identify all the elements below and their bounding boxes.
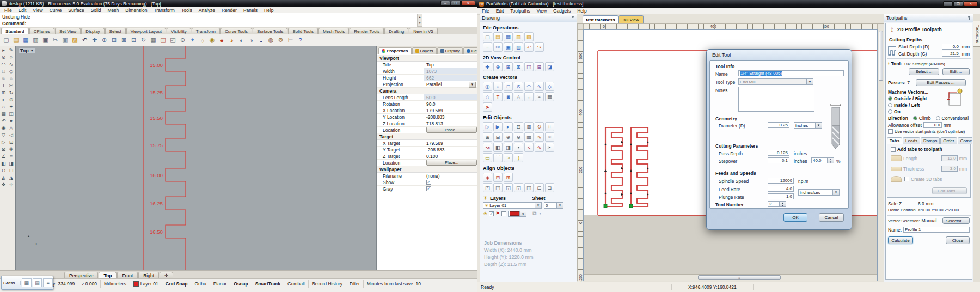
toolbar-tab-select[interactable]: Select [105,28,126,34]
rhino-tool-icon[interactable]: ⊙ [1,54,7,60]
rate-units-select[interactable]: inches/sec ▼ [798,189,840,196]
viewport-layout-icon[interactable]: ▦ [149,36,157,44]
layer-options-icon[interactable]: ◔ [538,211,541,217]
rhino-tool-icon[interactable]: ◠ [1,61,7,68]
layer-active-flag-icon[interactable]: ⚑ [495,211,500,216]
ungroup-icon[interactable]: ⊠ [524,122,534,131]
layer-visible-bulb-icon[interactable]: ☀ [483,211,487,216]
zoom-extents-icon[interactable]: ⊠ [120,36,128,44]
menu-analyze[interactable]: Analyze [195,7,218,14]
zoom-window-icon[interactable]: ⊞ [110,36,118,44]
toolpaths-side-tab[interactable]: Toolpaths [973,21,980,47]
lamp-icon[interactable]: ☼ [198,36,206,44]
new-file-icon[interactable]: ▢ [483,32,492,41]
scroll-down-icon[interactable]: ▼ [418,20,422,26]
shaded-sphere-icon[interactable]: ◐ [237,36,246,44]
tp-tab-order[interactable]: Order [940,137,957,144]
status-toggle-record-history[interactable]: Record History [309,280,346,288]
radio-outside-right[interactable] [888,96,892,101]
doc-tab-test-thickness[interactable]: test thickness [583,15,618,24]
rhino-tool-icon[interactable]: △ [8,125,15,131]
copy-view-icon[interactable]: ▣ [41,36,50,44]
select-move-icon[interactable]: ▶ [493,122,503,131]
floating-toolbar-title[interactable]: Grass... [2,281,21,285]
new-file-icon[interactable]: ▢ [2,36,10,44]
scale-icon[interactable]: ⌗ [545,122,554,131]
menu-toolpaths[interactable]: Toolpaths [507,8,533,14]
dimension-tool-icon[interactable]: ⊢ [286,36,295,44]
ok-button[interactable]: OK [783,213,807,222]
pan-icon[interactable]: ✚ [90,36,99,44]
use-vector-start-checkbox[interactable] [888,129,893,134]
property-value[interactable]: 179.589 [424,141,477,146]
ghosted-sphere-icon[interactable]: ◑ [247,36,255,44]
block-array-icon[interactable]: ▦ [524,132,534,142]
cut-icon[interactable]: ✂ [493,42,503,52]
set-view-icon[interactable]: ◫ [159,36,167,44]
property-value[interactable]: 0.100 [424,154,477,159]
rotate-view-icon[interactable]: ↻ [139,36,148,44]
maximize-icon[interactable]: ❐ [953,1,963,7]
stepover-input[interactable]: 0.1 [768,157,789,163]
rhino-tool-icon[interactable]: ⊞ [1,89,7,96]
status-toggle-gumball[interactable]: Gumball [284,280,309,288]
tp-tab-ramps[interactable]: Ramps [921,137,940,144]
rhino-tool-icon[interactable]: ◨ [8,160,15,167]
draw-polyline-icon[interactable]: ∿ [535,82,544,91]
property-value[interactable]: 179.589 [424,108,477,113]
mirror-icon[interactable]: ⊟ [493,132,503,142]
calculate-button[interactable]: Calculate [888,236,913,244]
rhino-viewport-top[interactable]: Top ▼ 15.0015.2515.5015.7516.0016.2516.5… [15,46,377,271]
toolbar-tab-set-view[interactable]: Set View [55,28,81,34]
rhino-tool-icon[interactable]: ◧ [1,160,7,167]
node-edit-arrow-icon[interactable]: ➤ [483,102,492,112]
zoom-interactive-icon[interactable]: ⊕ [493,62,503,71]
close-icon[interactable]: ✕ [964,1,978,7]
menu-solid[interactable]: Solid [88,7,105,14]
menu-mesh[interactable]: Mesh [105,7,122,14]
lock-icon[interactable]: ◉ [208,36,216,44]
rhino-tool-icon[interactable]: ● [8,118,15,124]
measure-icon[interactable]: ↝ [483,143,492,152]
diameter-units-select[interactable]: inches ▼ [794,122,822,129]
rhino-tool-icon[interactable]: ⊕ [8,96,15,103]
close-button[interactable]: Close [946,236,970,244]
select-copy-icon[interactable]: ▸ [504,122,513,131]
diameter-input[interactable]: 0.25 [768,122,789,128]
open-file-icon[interactable]: ▤ [493,32,503,41]
cut-depth-input[interactable]: 21.5 [942,51,960,57]
smooth-icon[interactable]: ∿ [535,143,544,152]
text-box-icon[interactable]: ◙ [504,92,513,101]
feed-rate-input[interactable]: 4.0 [768,186,794,192]
allowance-input[interactable]: 0.0 [923,122,942,128]
draw-polygon-icon[interactable]: ◇ [545,82,554,91]
rhino-tool-icon[interactable]: ⌂ [1,104,7,110]
rhino-tool-icon[interactable]: ◮ [8,174,15,181]
new-layer-icon[interactable]: ⧉ [532,210,536,217]
text-edit-icon[interactable]: ≍ [535,92,544,101]
property-value[interactable]: -208.883 [424,147,477,153]
draw-curve-icon[interactable]: S [514,82,523,91]
draw-circle-icon[interactable]: ◎ [483,82,492,91]
layer-select[interactable]: ☀ Layer 01 ▼ [483,202,542,209]
render-sphere-rainbow-icon[interactable]: ◕ [228,36,236,44]
array-icon[interactable]: ⊖ [514,132,523,142]
cancel-button[interactable]: Cancel [819,213,844,222]
align-left-edge-icon[interactable]: ⊏ [535,183,544,192]
property-value[interactable]: 90.0 [424,101,477,107]
rhino-tool-icon[interactable]: ◐ [1,96,7,103]
command-area[interactable]: Undoing Hide Command: ▲▼ [0,13,477,28]
start-depth-input[interactable]: 0.0 [942,44,960,50]
status-toggle-osnap[interactable]: Osnap [230,280,252,288]
command-scrollbar[interactable]: ▲▼ [417,14,422,27]
close-icon[interactable]: ✕ [461,1,475,6]
toolbar-tab-surface-tools[interactable]: Surface Tools [253,28,287,34]
selector-button[interactable]: Selector ... [942,217,970,224]
chevron-down-icon[interactable]: ▼ [469,82,476,88]
align-right-edge-icon[interactable]: ⊐ [545,183,554,192]
radio-on[interactable] [888,110,892,114]
draw-text-icon[interactable]: T [493,92,503,101]
rhino-tool-icon[interactable]: ○ [8,54,15,60]
rhino-tool-icon[interactable]: ✎ [8,47,15,53]
select-tool-button[interactable]: Select ... [909,68,939,75]
